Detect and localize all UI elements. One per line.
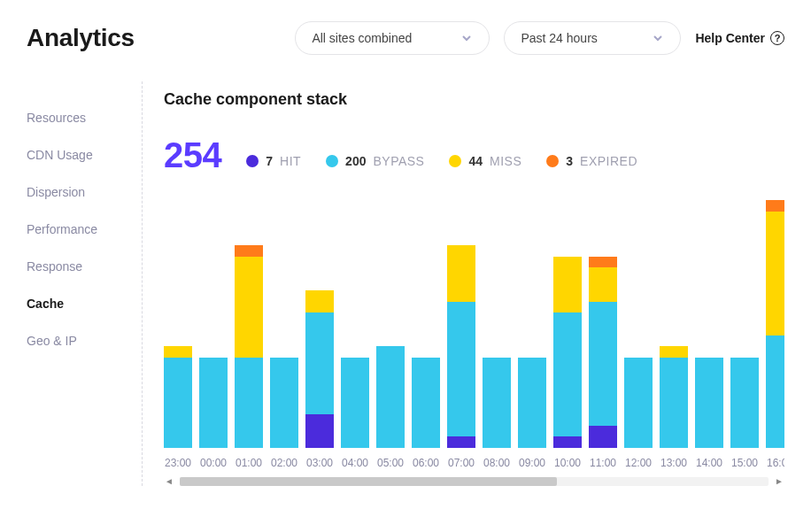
legend-value: 44 [468, 154, 483, 168]
legend-item-expired: 3EXPIRED [546, 154, 637, 168]
bar [341, 358, 369, 448]
bar-segment-bypass [412, 358, 440, 448]
xaxis-tick: 05:00 [376, 457, 405, 469]
bar [660, 346, 688, 448]
sidebar-item-geo-ip[interactable]: Geo & IP [27, 322, 142, 359]
bar-segment-miss [305, 290, 334, 312]
bar [766, 200, 784, 448]
legend-swatch [449, 155, 461, 167]
legend-value: 200 [345, 154, 366, 168]
bar-segment-hit [589, 426, 617, 448]
sidebar-item-performance[interactable]: Performance [27, 211, 142, 248]
bar [412, 358, 440, 448]
xaxis-tick: 15:00 [730, 457, 759, 469]
xaxis-tick: 08:00 [483, 457, 511, 469]
bar-segment-bypass [660, 358, 688, 448]
bar-segment-bypass [766, 335, 784, 448]
bar [589, 257, 617, 448]
xaxis-tick: 14:00 [695, 457, 723, 469]
bar [270, 358, 298, 448]
legend-swatch [546, 155, 559, 167]
bar-segment-hit [305, 414, 334, 448]
legend-item-hit: 7HIT [246, 154, 301, 168]
legend-item-miss: 44MISS [449, 154, 521, 168]
range-selector-label: Past 24 hours [521, 31, 597, 45]
help-center-link[interactable]: Help Center ? [695, 31, 784, 45]
legend-value: 3 [566, 154, 573, 168]
bar-segment-expired [766, 200, 784, 212]
sidebar-item-resources[interactable]: Resources [27, 99, 142, 136]
bar [553, 257, 582, 448]
bar-segment-bypass [199, 358, 228, 448]
bar-segment-miss [553, 257, 582, 313]
sidebar-item-response[interactable]: Response [27, 248, 142, 285]
xaxis-tick: 13:00 [660, 457, 688, 469]
bar-segment-miss [447, 245, 475, 302]
bar-segment-expired [235, 245, 263, 257]
chevron-down-icon [460, 32, 473, 44]
bar [518, 358, 546, 448]
chart-legend: 7HIT200BYPASS44MISS3EXPIRED [246, 154, 637, 168]
legend-swatch [246, 155, 259, 167]
sidebar-item-dispersion[interactable]: Dispersion [27, 173, 142, 211]
xaxis-tick: 03:00 [305, 457, 334, 469]
bar [483, 358, 511, 448]
chart-scroll[interactable]: 23:0000:0001:0002:0003:0004:0005:0006:00… [164, 200, 784, 469]
xaxis-tick: 07:00 [447, 457, 475, 469]
bar-segment-bypass [447, 302, 475, 437]
bar-segment-hit [553, 436, 582, 448]
xaxis-tick: 16:00 [766, 457, 784, 469]
bar-segment-miss [660, 346, 688, 358]
xaxis-tick: 09:00 [518, 457, 546, 469]
bar [730, 358, 759, 448]
bar [447, 245, 475, 448]
sidebar-item-cdn-usage[interactable]: CDN Usage [27, 136, 142, 173]
bar-segment-miss [235, 257, 263, 359]
bar [164, 346, 192, 448]
help-icon: ? [770, 31, 784, 45]
sidebar-item-cache[interactable]: Cache [27, 285, 142, 322]
xaxis-tick: 12:00 [624, 457, 653, 469]
bar-segment-bypass [270, 358, 298, 448]
bar [376, 346, 405, 448]
legend-value: 7 [266, 154, 273, 168]
bar-segment-bypass [730, 358, 759, 448]
bar [235, 245, 263, 448]
xaxis-tick: 10:00 [553, 457, 582, 469]
xaxis-tick: 01:00 [235, 457, 263, 469]
legend-swatch [326, 155, 338, 167]
bar-segment-bypass [305, 312, 334, 414]
xaxis-tick: 02:00 [270, 457, 298, 469]
bar-segment-bypass [518, 358, 546, 448]
page-title: Analytics [27, 24, 135, 52]
scroll-right-icon[interactable]: ► [774, 476, 784, 486]
xaxis-tick: 00:00 [199, 457, 228, 469]
bar-segment-bypass [341, 358, 369, 448]
legend-label: BYPASS [373, 154, 424, 168]
chart-plot [164, 200, 784, 448]
bar [695, 358, 723, 448]
bar-segment-miss [164, 346, 192, 358]
scrollbar-thumb[interactable] [180, 477, 557, 486]
scrollbar-track[interactable] [180, 477, 769, 486]
bar-segment-bypass [376, 346, 405, 448]
legend-label: EXPIRED [580, 154, 637, 168]
bar-segment-hit [447, 436, 475, 448]
legend-label: MISS [490, 154, 521, 168]
xaxis-tick: 06:00 [412, 457, 440, 469]
bar-segment-bypass [553, 312, 582, 436]
bar-segment-miss [589, 267, 617, 301]
legend-item-bypass: 200BYPASS [326, 154, 424, 168]
range-selector[interactable]: Past 24 hours [504, 21, 681, 55]
xaxis-tick: 11:00 [589, 457, 617, 469]
horizontal-scrollbar[interactable]: ◄ ► [164, 476, 784, 486]
legend-label: HIT [280, 154, 301, 168]
site-selector[interactable]: All sites combined [295, 21, 490, 55]
bar [624, 358, 653, 448]
xaxis-tick: 04:00 [341, 457, 369, 469]
bar-segment-bypass [483, 358, 511, 448]
scroll-left-icon[interactable]: ◄ [164, 476, 174, 486]
site-selector-label: All sites combined [312, 31, 412, 45]
bar [305, 290, 334, 448]
bar-segment-expired [589, 257, 617, 268]
